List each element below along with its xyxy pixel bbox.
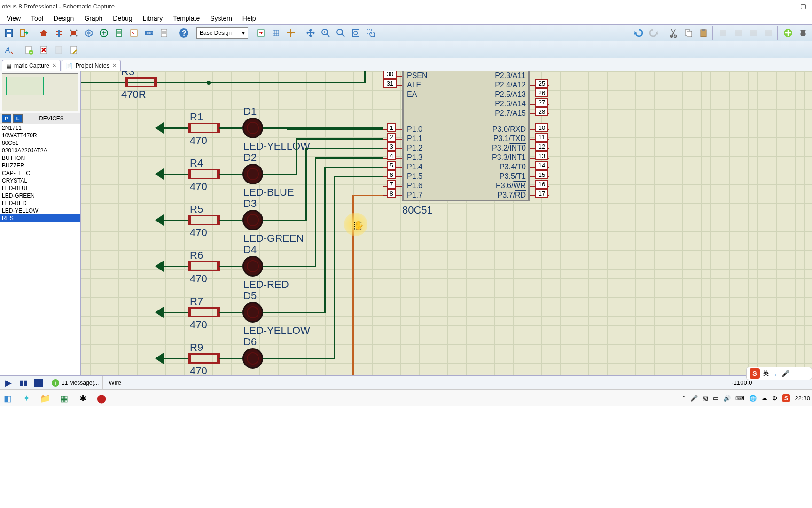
menu-view[interactable]: View — [2, 13, 25, 24]
paste-icon[interactable] — [696, 26, 710, 40]
device-item[interactable]: LED-YELLOW — [0, 207, 80, 214]
tab-notes[interactable]: 📄 Project Notes ✕ — [62, 60, 121, 71]
cut-icon[interactable] — [666, 26, 680, 40]
maximize-button[interactable]: ▢ — [796, 2, 810, 10]
tray-time[interactable]: 22:30 — [795, 395, 810, 402]
menu-debug[interactable]: Debug — [108, 13, 137, 24]
taskbar-proteus[interactable]: ✱ — [77, 393, 88, 404]
messages-indicator[interactable]: i 11 Message(... — [47, 379, 102, 387]
device-item[interactable]: LED-RED — [0, 199, 80, 207]
zoom-in-icon[interactable] — [319, 26, 333, 40]
tray-chevron-icon[interactable]: ˄ — [682, 395, 686, 402]
gerber-icon[interactable] — [97, 26, 111, 40]
grid-icon[interactable] — [269, 26, 283, 40]
schematic-canvas[interactable]: R3470R80C5130PSENP2.3/A1131ALEP2.4/A1225… — [81, 71, 812, 375]
tray-network-icon[interactable]: 🌐 — [749, 395, 757, 402]
library-button[interactable]: L — [13, 114, 23, 123]
save-icon[interactable] — [2, 26, 16, 40]
menu-template[interactable]: Template — [168, 13, 204, 24]
pcb-icon[interactable] — [67, 26, 81, 40]
text-tool-icon[interactable]: A — [2, 43, 16, 57]
close-icon[interactable]: ✕ — [52, 63, 56, 69]
block-move-icon[interactable] — [731, 26, 745, 40]
led-body[interactable] — [242, 256, 263, 277]
led-body[interactable] — [242, 348, 263, 369]
close-project-icon[interactable] — [17, 26, 31, 40]
device-item[interactable]: LED-BLUE — [0, 184, 80, 192]
tray-mic-icon[interactable]: 🎤 — [690, 395, 698, 402]
minimize-button[interactable]: — — [773, 2, 787, 10]
ime-toolbar[interactable]: S 英 ， 🎤 — [746, 367, 812, 380]
menu-tool[interactable]: Tool — [26, 13, 48, 24]
resistor-body[interactable] — [190, 169, 218, 179]
resistor-body[interactable] — [190, 215, 218, 225]
overview-map[interactable] — [2, 73, 78, 111]
pan-icon[interactable] — [304, 26, 318, 40]
annotate-icon[interactable] — [67, 43, 81, 57]
pick-icon[interactable] — [781, 26, 795, 40]
copy-icon[interactable] — [681, 26, 695, 40]
code-icon[interactable]: $ — [127, 26, 141, 40]
new-sheet-icon[interactable] — [22, 43, 36, 57]
device-item[interactable]: CAP-ELEC — [0, 169, 80, 177]
taskbar-record[interactable]: ⬤ — [96, 393, 107, 404]
menu-system[interactable]: System — [205, 13, 237, 24]
zoom-area-icon[interactable] — [364, 26, 378, 40]
led-body[interactable] — [242, 302, 263, 323]
zoom-out-icon[interactable] — [334, 26, 348, 40]
menu-graph[interactable]: Graph — [79, 13, 107, 24]
tray-battery-icon[interactable]: ▭ — [713, 395, 718, 402]
transfer-icon[interactable] — [254, 26, 268, 40]
origin-icon[interactable] — [284, 26, 298, 40]
led-body[interactable] — [242, 210, 263, 230]
resistor-body[interactable] — [190, 307, 218, 318]
doc-icon[interactable] — [157, 26, 171, 40]
pause-button[interactable]: ▮▮ — [17, 377, 30, 389]
menu-library[interactable]: Library — [138, 13, 168, 24]
led-body[interactable] — [242, 164, 263, 184]
device-item[interactable]: 10WATT470R — [0, 132, 80, 139]
redo-icon[interactable] — [647, 26, 661, 40]
led-body[interactable] — [242, 118, 263, 138]
taskbar-excel[interactable]: ▦ — [58, 393, 70, 404]
zoom-fit-icon[interactable] — [349, 26, 363, 40]
device-item[interactable]: RES — [0, 214, 80, 222]
device-item[interactable]: 2N1711 — [0, 124, 80, 132]
device-item[interactable]: BUZZER — [0, 162, 80, 169]
device-item[interactable]: 80C51 — [0, 139, 80, 147]
taskbar-explorer[interactable]: 📁 — [39, 393, 51, 404]
tray-sogou-icon[interactable]: S — [782, 394, 790, 402]
3d-icon[interactable] — [82, 26, 96, 40]
menu-help[interactable]: Help — [238, 13, 261, 24]
package-icon[interactable] — [796, 26, 810, 40]
tray-item-1[interactable]: ☁ — [761, 395, 767, 402]
play-button[interactable]: ▶ — [2, 377, 15, 389]
close-icon[interactable]: ✕ — [112, 63, 117, 69]
block-rotate-icon[interactable] — [746, 26, 760, 40]
resistor-body[interactable] — [190, 123, 218, 133]
block-copy-icon[interactable] — [716, 26, 730, 40]
device-item[interactable]: 02013A220JAT2A — [0, 147, 80, 154]
binary-icon[interactable]: 0101 — [142, 26, 156, 40]
tray-volume-icon[interactable]: 🔊 — [723, 395, 731, 402]
bom-icon[interactable] — [112, 26, 126, 40]
tray-nvidia-icon[interactable]: ▧ — [703, 395, 708, 402]
goto-sheet-icon[interactable] — [52, 43, 66, 57]
tray-item-2[interactable]: ⚙ — [772, 395, 778, 402]
device-item[interactable]: LED-GREEN — [0, 192, 80, 199]
device-item[interactable]: CRYSTAL — [0, 177, 80, 184]
taskbar-app-1[interactable]: ◧ — [2, 393, 13, 404]
home-icon[interactable] — [37, 26, 51, 40]
schematic-icon[interactable] — [52, 26, 66, 40]
device-item[interactable]: BUTTON — [0, 154, 80, 162]
pick-devices-button[interactable]: P — [2, 114, 11, 123]
help-icon[interactable]: ? — [177, 26, 191, 40]
menu-design[interactable]: Design — [49, 13, 79, 24]
tray-keyboard-icon[interactable]: ⌨ — [735, 395, 744, 402]
stop-button[interactable] — [32, 377, 45, 389]
design-variant-dropdown[interactable]: Base Design ▾ — [196, 27, 248, 39]
undo-icon[interactable] — [632, 26, 646, 40]
device-list[interactable]: 2N171110WATT470R80C5102013A220JAT2ABUTTO… — [0, 124, 80, 375]
resistor-body[interactable] — [190, 261, 218, 271]
block-delete-icon[interactable] — [761, 26, 775, 40]
